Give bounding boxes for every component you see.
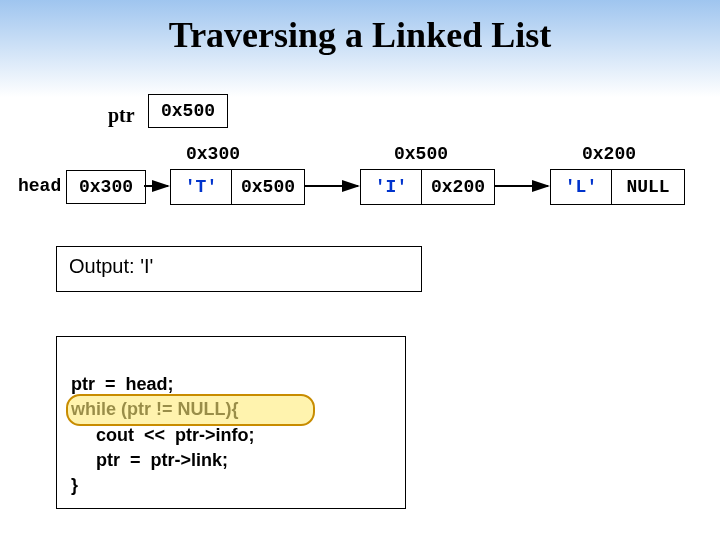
node-1-link: 0x500 (232, 170, 304, 204)
head-box: 0x300 (66, 170, 146, 204)
ptr-box: 0x500 (148, 94, 228, 128)
diagram-stage: ptr 0x500 0x300 0x500 0x200 head 0x300 '… (0, 56, 720, 536)
addr-node-3: 0x200 (582, 144, 636, 164)
code-line-1: ptr = head; (71, 374, 174, 394)
node-3-info: 'L' (551, 170, 612, 204)
highlight-current-line (66, 394, 315, 426)
node-2-info: 'I' (361, 170, 422, 204)
node-1-info: 'T' (171, 170, 232, 204)
code-line-5: } (71, 475, 78, 495)
node-1: 'T' 0x500 (170, 169, 305, 205)
addr-node-1: 0x300 (186, 144, 240, 164)
code-line-3: cout << ptr->info; (71, 425, 255, 445)
head-label: head (18, 176, 61, 196)
node-2: 'I' 0x200 (360, 169, 495, 205)
output-label: Output: (69, 255, 135, 277)
code-line-4: ptr = ptr->link; (71, 450, 228, 470)
node-3-link: NULL (612, 170, 684, 204)
node-2-link: 0x200 (422, 170, 494, 204)
node-3: 'L' NULL (550, 169, 685, 205)
output-value: 'I' (140, 255, 153, 277)
ptr-label: ptr (108, 104, 135, 127)
page-title: Traversing a Linked List (0, 0, 720, 56)
output-box: Output: 'I' (56, 246, 422, 292)
addr-node-2: 0x500 (394, 144, 448, 164)
